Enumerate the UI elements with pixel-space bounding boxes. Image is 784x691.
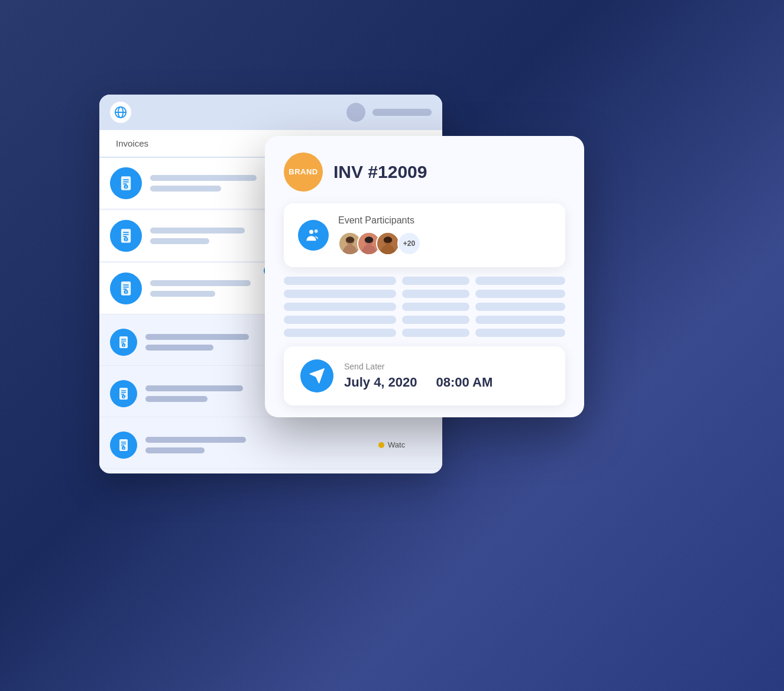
invoice-icon: $: [110, 220, 142, 252]
invoice-number: INV #12009: [333, 162, 427, 182]
row-bar-short: [150, 238, 209, 244]
svg-point-43: [346, 236, 354, 243]
row-bar-long: [145, 385, 243, 391]
participants-card: Event Participants: [284, 203, 565, 267]
table-cell: [475, 277, 565, 285]
detail-header: BRAND INV #12009: [265, 136, 584, 203]
table-cell: [284, 316, 396, 324]
table-cell: [402, 316, 469, 324]
row-bar-long: [145, 437, 246, 443]
topbar-logo: [110, 102, 131, 123]
row-bar-long: [150, 280, 251, 286]
table-cell: [402, 329, 469, 337]
table-row: [284, 316, 565, 324]
send-details: July 4, 2020 08:00 AM: [344, 375, 549, 390]
list-row[interactable]: $ Watc: [99, 422, 442, 469]
svg-text:$: $: [125, 185, 127, 188]
table-cell: [284, 329, 396, 337]
participants-icon: [298, 220, 329, 251]
invoice-icon: $: [110, 432, 137, 459]
table-cell: [475, 303, 565, 311]
row-bar-long: [150, 175, 257, 181]
row-bar-short: [145, 345, 213, 351]
send-later-card: Send Later July 4, 2020 08:00 AM: [284, 346, 565, 405]
row-bar-short: [150, 186, 221, 192]
tag-label: Watc: [388, 440, 405, 449]
topbar-avatar: [346, 103, 365, 122]
send-icon: [300, 359, 333, 392]
table-row: [284, 303, 565, 311]
table-cell: [402, 290, 469, 298]
avatar-3: [376, 232, 400, 255]
invoice-icon: $: [110, 329, 137, 356]
invoice-detail-card: BRAND INV #12009 Event Participants: [265, 136, 584, 417]
table-row: [284, 277, 565, 285]
svg-text:$: $: [125, 290, 127, 293]
send-time: 08:00 AM: [436, 375, 493, 390]
row-bar-short: [150, 291, 215, 297]
send-date: July 4, 2020: [344, 375, 417, 390]
svg-point-49: [384, 236, 392, 243]
participants-info: Event Participants: [338, 215, 551, 255]
table-cell: [402, 277, 469, 285]
table-row: [284, 329, 565, 337]
avatar-count: +20: [397, 232, 421, 255]
send-info: Send Later July 4, 2020 08:00 AM: [344, 362, 549, 390]
table-row: [284, 290, 565, 298]
table-cell: [475, 316, 565, 324]
participants-label: Event Participants: [338, 215, 551, 226]
svg-text:$: $: [125, 238, 127, 241]
table-cell: [402, 303, 469, 311]
svg-point-40: [315, 229, 318, 233]
tag-dot: [378, 442, 384, 448]
invoice-icon: $: [110, 272, 142, 304]
table-cell: [284, 303, 396, 311]
table-cell: [284, 277, 396, 285]
brand-logo: BRAND: [284, 153, 323, 192]
table-cell: [284, 290, 396, 298]
invoice-icon: $: [110, 380, 137, 407]
table-cell: [475, 329, 565, 337]
svg-point-39: [309, 229, 313, 233]
table-cell: [475, 290, 565, 298]
row-tag: Watc: [372, 440, 432, 449]
send-later-label: Send Later: [344, 362, 549, 371]
detail-table: [265, 277, 584, 337]
topbar-bar: [372, 109, 432, 116]
row-bar-short: [145, 447, 205, 453]
svg-point-46: [365, 236, 373, 243]
row-bar-long: [145, 334, 249, 340]
row-content: [145, 437, 372, 453]
avatars-row: +20: [338, 232, 551, 255]
row-bar-short: [145, 396, 208, 402]
col-invoices-label: Invoices: [116, 138, 232, 148]
card-topbar: [99, 95, 442, 130]
invoice-icon: $: [110, 167, 142, 199]
row-bar-long: [150, 228, 245, 233]
